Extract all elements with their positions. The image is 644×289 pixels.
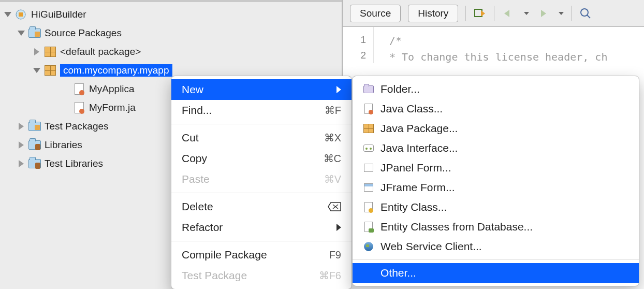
entity-icon — [363, 202, 374, 212]
toolbar-separator — [571, 6, 572, 21]
globe-icon — [363, 241, 374, 252]
interface-icon — [363, 143, 374, 153]
menu-shortcut: ⌘V — [324, 173, 341, 185]
menu-refactor[interactable]: Refactor — [171, 217, 352, 238]
expand-icon[interactable] — [16, 141, 27, 149]
menu-label: Test Package — [182, 269, 247, 282]
menu-shortcut: ⌘X — [324, 132, 341, 144]
toolbar-separator — [465, 6, 466, 21]
menu-paste: Paste ⌘V — [171, 169, 352, 190]
tree-node-project[interactable]: HiGuiBuilder — [0, 5, 342, 24]
entity-db-icon — [363, 222, 374, 232]
code-area[interactable]: /* * To change this license header, ch — [374, 27, 644, 65]
menu-label: Find... — [182, 104, 212, 117]
library-folder-icon — [28, 139, 41, 151]
expand-icon[interactable] — [16, 160, 27, 167]
menu-separator — [171, 124, 352, 124]
menu-new[interactable]: New — [171, 79, 352, 100]
context-menu: New Find... ⌘F Cut ⌘X Copy ⌘C Paste ⌘V D… — [171, 76, 352, 289]
menu-label: Copy — [182, 152, 207, 165]
submenu-java-class[interactable]: Java Class... — [353, 99, 639, 119]
node-label: Test Packages — [45, 121, 109, 132]
submenu-folder[interactable]: Folder... — [353, 79, 639, 99]
submenu-label: Other... — [380, 267, 416, 279]
submenu-label: Entity Class... — [380, 201, 447, 213]
dropdown-caret-icon[interactable] — [524, 12, 529, 15]
submenu-java-interface[interactable]: Java Interface... — [353, 138, 639, 158]
submenu-label: Java Interface... — [380, 142, 458, 154]
submenu-java-package[interactable]: Java Package... — [353, 119, 639, 138]
source-tab[interactable]: Source — [350, 5, 401, 22]
expand-icon[interactable] — [16, 31, 27, 36]
menu-shortcut: ⌘F6 — [319, 269, 341, 282]
menu-cut[interactable]: Cut ⌘X — [171, 127, 352, 148]
menu-separator — [171, 193, 352, 193]
submenu-entity-class[interactable]: Entity Class... — [353, 197, 639, 217]
line-number: 1 — [343, 32, 373, 48]
submenu-arrow-icon — [336, 224, 341, 231]
new-submenu: Folder... Java Class... Java Package... … — [352, 76, 639, 286]
menu-label: Cut — [182, 132, 199, 144]
tree-node-default-package[interactable]: <default package> — [0, 42, 342, 61]
submenu-label: JFrame Form... — [380, 181, 455, 194]
library-folder-icon — [28, 157, 41, 170]
editor-toolbar: Source History — [343, 0, 644, 27]
tree-node-source-packages[interactable]: Source Packages — [0, 24, 342, 42]
code-line: * To change this license header, ch — [389, 49, 644, 65]
submenu-label: Web Service Client... — [380, 240, 482, 253]
menu-delete[interactable]: Delete — [171, 196, 352, 217]
java-file-icon — [72, 102, 86, 114]
menu-label: Paste — [182, 173, 210, 185]
node-label: Source Packages — [45, 27, 122, 39]
menu-test-package[interactable]: Test Package ⌘F6 — [171, 265, 352, 286]
submenu-label: Entity Classes from Database... — [380, 221, 533, 233]
code-line: /* — [389, 32, 644, 49]
nav-forward-icon[interactable] — [536, 7, 550, 20]
submenu-other[interactable]: Other... — [353, 263, 639, 283]
node-label-selected: com.mycompany.myapp — [60, 64, 172, 77]
expand-icon[interactable] — [16, 123, 27, 130]
last-edit-icon[interactable] — [473, 7, 487, 20]
frame-icon — [363, 182, 374, 193]
svg-rect-1 — [19, 12, 23, 17]
node-label: Test Libraries — [45, 158, 103, 169]
dropdown-caret-icon[interactable] — [559, 12, 564, 15]
menu-shortcut: ⌘C — [324, 152, 341, 165]
source-folder-icon — [28, 27, 41, 39]
submenu-entity-from-db[interactable]: Entity Classes from Database... — [353, 217, 639, 237]
menu-shortcut: F9 — [329, 249, 341, 261]
expand-icon[interactable] — [2, 12, 13, 17]
package-icon — [43, 46, 57, 58]
java-file-icon — [72, 83, 86, 95]
menu-compile-package[interactable]: Compile Package F9 — [171, 244, 352, 265]
menu-separator — [353, 259, 639, 260]
submenu-jpanel-form[interactable]: JPanel Form... — [353, 158, 639, 178]
menu-label: Refactor — [182, 221, 223, 234]
package-icon — [363, 123, 374, 134]
nav-back-icon[interactable] — [502, 7, 515, 20]
menu-label: Delete — [182, 200, 213, 213]
submenu-label: Java Package... — [380, 122, 458, 135]
package-icon — [43, 64, 57, 77]
svg-point-3 — [581, 9, 588, 16]
node-label: <default package> — [60, 46, 141, 57]
submenu-label: Folder... — [380, 83, 420, 95]
menu-label: New — [182, 83, 203, 96]
history-tab[interactable]: History — [408, 5, 458, 22]
submenu-jframe-form[interactable]: JFrame Form... — [353, 178, 639, 197]
node-label: MyApplica — [89, 83, 135, 95]
expand-icon[interactable] — [31, 48, 42, 55]
line-gutter: 1 2 — [343, 27, 374, 63]
menu-find[interactable]: Find... ⌘F — [171, 100, 352, 121]
submenu-arrow-icon — [336, 86, 341, 93]
source-folder-icon — [28, 120, 41, 133]
expand-icon[interactable] — [31, 68, 42, 73]
java-class-icon — [363, 104, 374, 114]
menu-copy[interactable]: Copy ⌘C — [171, 148, 352, 169]
line-number: 2 — [343, 48, 373, 63]
delete-key-icon — [328, 202, 341, 211]
zoom-icon[interactable] — [579, 7, 592, 20]
menu-separator — [171, 241, 352, 241]
menu-label: Compile Package — [182, 249, 267, 261]
submenu-web-service-client[interactable]: Web Service Client... — [353, 237, 639, 256]
